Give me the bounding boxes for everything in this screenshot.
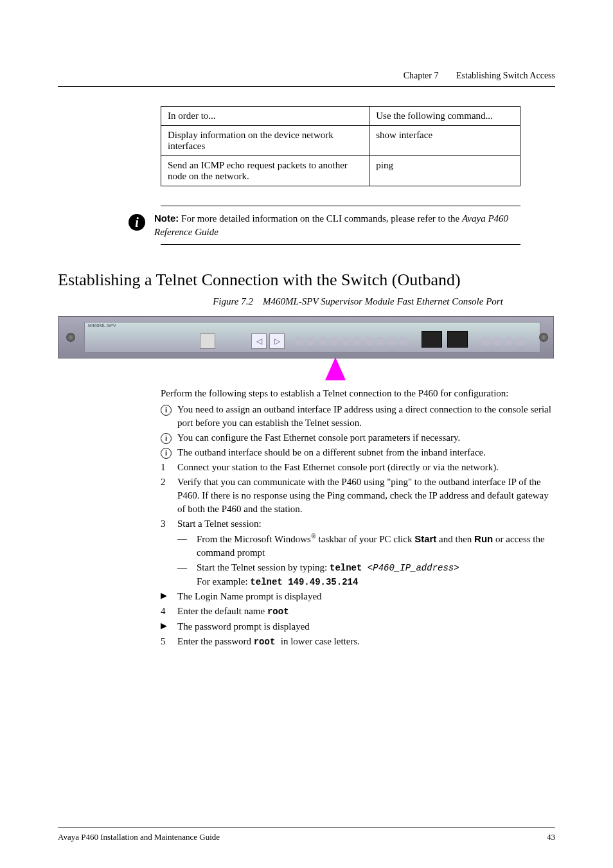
triangle-bullet-icon: ▶	[161, 590, 177, 603]
table-row: Display information on the device networ…	[161, 126, 520, 156]
table-cell: Display information on the device networ…	[161, 126, 369, 156]
list-text: The outband interface should be on a dif…	[177, 446, 555, 459]
table-row: In order to... Use the following command…	[161, 107, 520, 126]
note-body-a: For more detailed information on the CLI…	[179, 213, 462, 224]
info-bullet-icon: i	[161, 405, 172, 416]
body: Perform the following steps to establish…	[161, 387, 555, 648]
telnet-command: telnet	[330, 563, 362, 573]
start-label: Start	[414, 533, 436, 544]
list-item: i You need to assign an outband interfac…	[161, 403, 555, 430]
intro-paragraph: Perform the following steps to establish…	[161, 387, 555, 400]
page-number: 43	[547, 832, 555, 842]
sub-list-text: Start the Telnet session by typing: teln…	[197, 561, 555, 589]
page: Chapter 7 Establishing Switch Access In …	[0, 0, 613, 868]
list-text: The Login Name prompt is displayed	[177, 590, 555, 603]
list-item: ▶ The Login Name prompt is displayed	[161, 590, 555, 603]
run-label: Run	[474, 533, 493, 544]
device-button	[200, 333, 215, 349]
figure-area: Figure 7.2 M460ML-SPV Supervisor Module …	[161, 296, 555, 307]
root-command: root	[254, 637, 281, 647]
sub-list-item: — From the Microsoft Windows® taskbar of…	[177, 532, 555, 560]
dash-bullet: —	[177, 561, 197, 589]
figure-title: M460ML-SPV Supervisor Module Fast Ethern…	[263, 296, 503, 306]
list-text: Enter the default name root	[177, 605, 555, 619]
figure-caption: Figure 7.2 M460ML-SPV Supervisor Module …	[161, 296, 555, 307]
screw-icon	[539, 333, 548, 342]
list-item: ▶ The password prompt is displayed	[161, 620, 555, 633]
table-cell: Send an ICMP echo request packets to ano…	[161, 156, 369, 186]
device-arrow-left-icon: ◁	[251, 333, 267, 349]
step-number: 1	[161, 461, 177, 474]
list-text: You need to assign an outband interface …	[177, 403, 555, 430]
note-label: Note:	[154, 213, 179, 224]
page-footer: Avaya P460 Installation and Maintenance …	[58, 828, 555, 842]
sub-list-item: — Start the Telnet session by typing: te…	[177, 561, 555, 589]
note-block: i Note: For more detailed information on…	[161, 206, 520, 245]
pointer-triangle-icon	[325, 357, 346, 380]
device-port-icon	[422, 331, 442, 348]
figure-number: Figure 7.2	[213, 296, 253, 306]
command-table: In order to... Use the following command…	[161, 106, 520, 186]
list-text: Connect your station to the Fast Etherne…	[177, 461, 555, 474]
list-item: 2 Verify that you can communicate with t…	[161, 475, 555, 516]
sub-list-text: From the Microsoft Windows® taskbar of y…	[197, 532, 555, 560]
procedure-list: i You need to assign an outband interfac…	[161, 403, 555, 648]
chapter-number: Chapter 7	[404, 71, 439, 80]
list-item: i You can configure the Fast Ethernet co…	[161, 431, 555, 445]
device-leds	[483, 337, 524, 345]
device-label: M460ML-SPV	[88, 323, 116, 328]
registered-symbol: ®	[311, 533, 316, 540]
device-leds	[296, 337, 407, 345]
chapter-title: Establishing Switch Access	[456, 71, 555, 80]
list-item: i The outband interface should be on a d…	[161, 446, 555, 459]
info-bullet-icon: i	[161, 433, 172, 444]
list-item: 5 Enter the password root in lower case …	[161, 635, 555, 649]
page-header: Chapter 7 Establishing Switch Access	[58, 71, 555, 87]
table-cell: show interface	[369, 126, 520, 156]
root-command: root	[267, 607, 289, 617]
step-number: 4	[161, 605, 177, 619]
telnet-example: telnet 149.49.35.214	[250, 577, 358, 587]
list-item: 4 Enter the default name root	[161, 605, 555, 619]
device-arrow-right-icon: ▷	[269, 333, 285, 349]
table-cell: In order to...	[161, 107, 369, 126]
section-heading: Establishing a Telnet Connection with th…	[58, 270, 555, 290]
device-port-icon	[447, 331, 468, 348]
table-cell: ping	[369, 156, 520, 186]
info-icon: i	[129, 214, 145, 231]
step-number: 5	[161, 635, 177, 649]
figure-image: M460ML-SPV ◁ ▷	[58, 316, 553, 380]
triangle-bullet-icon: ▶	[161, 620, 177, 633]
list-text: Enter the password root in lower case le…	[177, 635, 555, 649]
list-text: You can configure the Fast Ethernet cons…	[177, 431, 555, 445]
telnet-arg: <P460_IP_address>	[362, 563, 459, 573]
note-text: Note: For more detailed information on t…	[154, 211, 520, 239]
list-text: Verify that you can communicate with the…	[177, 475, 555, 516]
screw-icon	[66, 333, 75, 342]
table-row: Send an ICMP echo request packets to ano…	[161, 156, 520, 186]
table-cell: Use the following command...	[369, 107, 520, 126]
device-illustration: M460ML-SPV ◁ ▷	[58, 316, 554, 359]
dash-bullet: —	[177, 532, 197, 560]
step-number: 2	[161, 475, 177, 516]
step-number: 3	[161, 517, 177, 531]
footer-title: Avaya P460 Installation and Maintenance …	[58, 832, 220, 842]
list-text: Start a Telnet session:	[177, 517, 555, 531]
list-item: 1 Connect your station to the Fast Ether…	[161, 461, 555, 474]
list-text: The password prompt is displayed	[177, 620, 555, 633]
content: In order to... Use the following command…	[161, 106, 555, 245]
info-bullet-icon: i	[161, 448, 172, 459]
list-item: 3 Start a Telnet session:	[161, 517, 555, 531]
